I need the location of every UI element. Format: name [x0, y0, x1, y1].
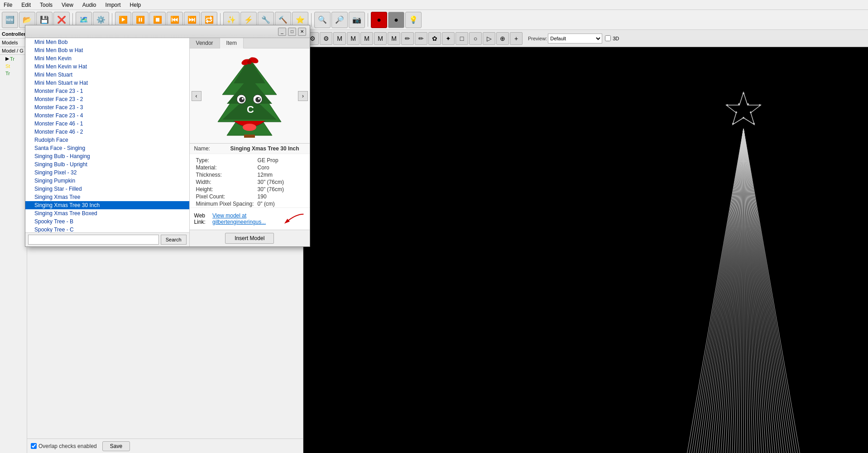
detail-info: Type: GE Prop Material: Coro Thickness: … — [190, 154, 310, 207]
list-item-singing-star[interactable]: Singing Star - Filled — [25, 185, 189, 193]
svg-line-61 — [743, 129, 800, 453]
list-item-singing-xmas-tree-boxed[interactable]: Singing Xmas Tree Boxed — [25, 209, 189, 217]
preview-btn-7[interactable]: M — [388, 32, 400, 45]
dialog-content: Mini Men Bob Mini Men Bob w Hat Mini Men… — [25, 38, 310, 246]
menu-edit[interactable]: Edit — [19, 1, 33, 9]
weblink-anchor[interactable]: View model at gilbertengineeringus... — [212, 212, 273, 225]
tree-node-1[interactable]: ▶ Tr — [0, 55, 27, 63]
svg-rect-78 — [244, 135, 255, 138]
list-item-monster-face-23-4[interactable]: Monster Face 23 - 4 — [25, 111, 189, 120]
svg-point-71 — [239, 97, 245, 102]
list-item-singing-xmas-tree-30[interactable]: Singing Xmas Tree 30 Inch — [25, 201, 189, 209]
overlap-label: Overlap checks enabled — [38, 443, 97, 449]
preview-btn-14[interactable]: ▷ — [483, 32, 495, 45]
svg-line-57 — [743, 129, 791, 453]
detail-row-material: Material: Coro — [194, 164, 305, 171]
menu-import[interactable]: Import — [104, 1, 123, 9]
search-button[interactable]: Search — [161, 235, 187, 245]
tab-bar: Vendor Item — [190, 38, 310, 48]
save-button[interactable]: Save — [102, 441, 130, 451]
dialog-minimize[interactable]: _ — [278, 28, 286, 36]
list-item-monster-face-46-2[interactable]: Monster Face 46 - 2 — [25, 128, 189, 136]
preview-btn-10[interactable]: ✿ — [428, 32, 441, 45]
overlap-checkbox[interactable] — [31, 443, 37, 449]
dialog-maximize[interactable]: □ — [288, 28, 296, 36]
menu-help[interactable]: Help — [128, 1, 143, 9]
detail-name-row: Name: Singing Xmas Tree 30 Inch — [190, 144, 310, 154]
preview-btn-3[interactable]: M — [333, 32, 346, 45]
preview-btn-2[interactable]: ⚙ — [320, 32, 332, 45]
dialog-close[interactable]: ✕ — [298, 28, 306, 36]
list-item-rudolph-face[interactable]: Rudolph Face — [25, 136, 189, 144]
svg-line-27 — [723, 129, 743, 453]
menu-file[interactable]: File — [2, 1, 14, 9]
tab-item[interactable]: Item — [220, 38, 244, 48]
nav-next[interactable]: › — [298, 91, 308, 101]
insert-model-button[interactable]: Insert Model — [225, 233, 274, 244]
svg-line-12 — [689, 129, 743, 453]
tree-node-2[interactable]: St — [0, 63, 27, 70]
list-item-mini-men-stuart-hat[interactable]: Mini Men Stuart w Hat — [25, 79, 189, 87]
list-item-spooky-tree-c[interactable]: Spooky Tree - C — [25, 226, 189, 232]
dialog-titlebar: _ □ ✕ — [25, 25, 310, 38]
preview-btn-6[interactable]: M — [374, 32, 387, 45]
toolbar-light[interactable]: 💡 — [405, 12, 422, 28]
search-input[interactable] — [28, 235, 159, 245]
list-item-mini-men-kevin[interactable]: Mini Men Kevin — [25, 54, 189, 63]
preview-btn-8[interactable]: ✏ — [401, 32, 414, 45]
preview-3d-checkbox[interactable] — [605, 35, 611, 41]
preview-btn-16[interactable]: + — [510, 32, 523, 45]
toolbar-zoom[interactable]: 🔍 — [314, 12, 331, 28]
overlap-checkbox-label[interactable]: Overlap checks enabled — [31, 443, 97, 449]
preview-btn-11[interactable]: ✦ — [442, 32, 455, 45]
list-item-singing-pixel[interactable]: Singing Pixel - 32 — [25, 169, 189, 177]
menu-view[interactable]: View — [60, 1, 75, 9]
preview-btn-5[interactable]: M — [360, 32, 373, 45]
menu-tools[interactable]: Tools — [38, 1, 54, 9]
list-item-singing-xmas-tree[interactable]: Singing Xmas Tree — [25, 193, 189, 201]
list-item-monster-face-23-1[interactable]: Monster Face 23 - 1 — [25, 87, 189, 95]
svg-line-17 — [700, 129, 743, 453]
toolbar-cam[interactable]: 📷 — [349, 12, 365, 28]
preview-btn-15[interactable]: ⊕ — [496, 32, 509, 45]
preview-btn-12[interactable]: □ — [456, 32, 468, 45]
nav-prev[interactable]: ‹ — [192, 91, 201, 101]
list-item-mini-men-bob-hat[interactable]: Mini Men Bob w Hat — [25, 46, 189, 54]
preview-btn-4[interactable]: M — [347, 32, 360, 45]
list-item-mini-men-stuart[interactable]: Mini Men Stuart — [25, 71, 189, 79]
menu-audio[interactable]: Audio — [81, 1, 98, 9]
preview-btn-9[interactable]: ✏ — [415, 32, 427, 45]
list-item-spooky-tree-b[interactable]: Spooky Tree - B — [25, 217, 189, 226]
canvas-black: .cone-line { stroke: #d0d0d0; stroke-wid… — [303, 47, 868, 453]
model-dialog: _ □ ✕ Mini Men Bob Mini Men Bob w Hat Mi… — [25, 25, 310, 247]
model-group-header: Model / G — [0, 47, 27, 55]
list-item-santa-face[interactable]: Santa Face - Singing — [25, 144, 189, 152]
tab-vendor[interactable]: Vendor — [190, 38, 220, 48]
svg-line-60 — [743, 129, 798, 453]
toolbar-sep5 — [368, 13, 368, 27]
height-value: 30" (76cm) — [256, 186, 305, 193]
toolbar-zoom2[interactable]: 🔎 — [331, 12, 348, 28]
preview-btn-13[interactable]: ○ — [469, 32, 482, 45]
list-item-mini-men-bob[interactable]: Mini Men Bob — [25, 38, 189, 46]
list-item-mini-men-kevin-hat[interactable]: Mini Men Kevin w Hat — [25, 63, 189, 71]
list-item-singing-pumpkin[interactable]: Singing Pumpkin — [25, 177, 189, 185]
list-item-singing-bulb-upright[interactable]: Singing Bulb - Upright — [25, 160, 189, 169]
preview-3d-label: 3D — [613, 36, 619, 41]
minpixel-label: Minimum Pixel Spacing: — [194, 200, 256, 207]
canvas-tree-container: .cone-line { stroke: #d0d0d0; stroke-wid… — [664, 83, 823, 453]
tree-node-3[interactable]: Tr — [0, 70, 27, 77]
svg-point-5 — [753, 123, 755, 125]
tree-label-3: Tr — [5, 71, 10, 76]
toolbar-gray[interactable]: ● — [388, 12, 404, 28]
material-value: Coro — [256, 164, 305, 171]
preview-select[interactable]: Default — [548, 34, 602, 43]
list-item-monster-face-23-3[interactable]: Monster Face 23 - 3 — [25, 103, 189, 111]
list-item-singing-bulb-hanging[interactable]: Singing Bulb - Hanging — [25, 152, 189, 160]
toolbar-new[interactable]: 🆕 — [2, 12, 18, 28]
toolbar-red[interactable]: ● — [371, 12, 387, 28]
list-item-monster-face-46-1[interactable]: Monster Face 46 - 1 — [25, 120, 189, 128]
list-item-monster-face-23-2[interactable]: Monster Face 23 - 2 — [25, 95, 189, 103]
toolbar-sep2 — [112, 13, 112, 27]
dialog-footer: Insert Model — [190, 230, 310, 246]
